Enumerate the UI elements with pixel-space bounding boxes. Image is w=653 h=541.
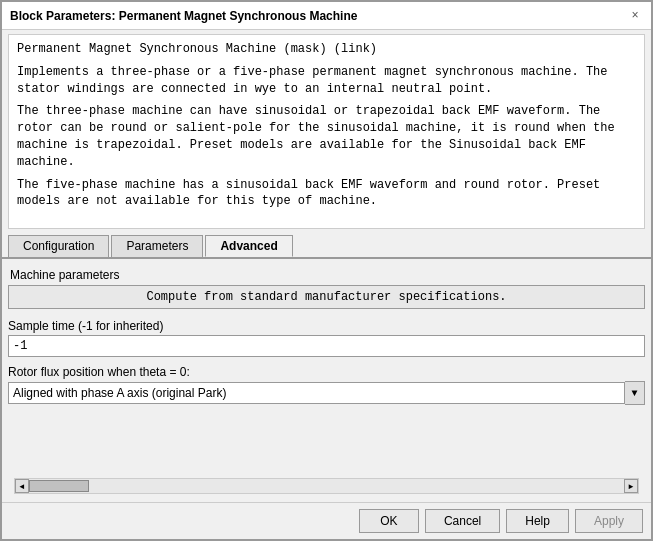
chevron-down-icon: ▼ (631, 388, 637, 399)
description-para2: The three-phase machine can have sinusoi… (17, 103, 636, 170)
scroll-right-icon: ► (629, 482, 634, 491)
scroll-right-button[interactable]: ► (624, 479, 638, 493)
rotor-flux-select[interactable]: Aligned with phase A axis (original Park… (8, 382, 625, 404)
rotor-flux-label: Rotor flux position when theta = 0: (8, 361, 645, 381)
description-para3: The five-phase machine has a sinusoidal … (17, 177, 636, 211)
compute-button[interactable]: Compute from standard manufacturer speci… (8, 285, 645, 309)
spacer (8, 405, 645, 476)
scroll-left-button[interactable]: ◄ (15, 479, 29, 493)
scrollbar-track (29, 479, 624, 493)
tab-content-advanced: Machine parameters Compute from standard… (2, 259, 651, 502)
scrollbar-thumb[interactable] (29, 480, 89, 492)
ok-button[interactable]: OK (359, 509, 419, 533)
description-panel: Permanent Magnet Synchronous Machine (ma… (8, 34, 645, 229)
mask-link[interactable]: Permanent Magnet Synchronous Machine (ma… (17, 41, 636, 58)
close-button[interactable]: × (627, 8, 643, 24)
cancel-button[interactable]: Cancel (425, 509, 500, 533)
section-label-machine-params: Machine parameters (8, 265, 645, 285)
tab-parameters[interactable]: Parameters (111, 235, 203, 257)
tab-advanced[interactable]: Advanced (205, 235, 292, 257)
apply-button[interactable]: Apply (575, 509, 643, 533)
description-para1: Implements a three-phase or a five-phase… (17, 64, 636, 98)
block-parameters-window: Block Parameters: Permanent Magnet Synch… (0, 0, 653, 541)
dropdown-arrow-icon[interactable]: ▼ (625, 381, 645, 405)
rotor-flux-dropdown-container: Aligned with phase A axis (original Park… (8, 381, 645, 405)
tabs-bar: Configuration Parameters Advanced (2, 231, 651, 259)
bottom-buttons-bar: OK Cancel Help Apply (2, 502, 651, 539)
horizontal-scrollbar[interactable]: ◄ ► (14, 478, 639, 494)
sample-time-input[interactable] (8, 335, 645, 357)
tab-configuration[interactable]: Configuration (8, 235, 109, 257)
help-button[interactable]: Help (506, 509, 569, 533)
content-area: Permanent Magnet Synchronous Machine (ma… (2, 30, 651, 502)
title-left: Block Parameters: Permanent Magnet Synch… (10, 9, 357, 23)
scroll-left-icon: ◄ (20, 482, 25, 491)
title-bar: Block Parameters: Permanent Magnet Synch… (2, 2, 651, 30)
sample-time-label: Sample time (-1 for inherited) (8, 315, 645, 335)
window-title: Block Parameters: Permanent Magnet Synch… (10, 9, 357, 23)
